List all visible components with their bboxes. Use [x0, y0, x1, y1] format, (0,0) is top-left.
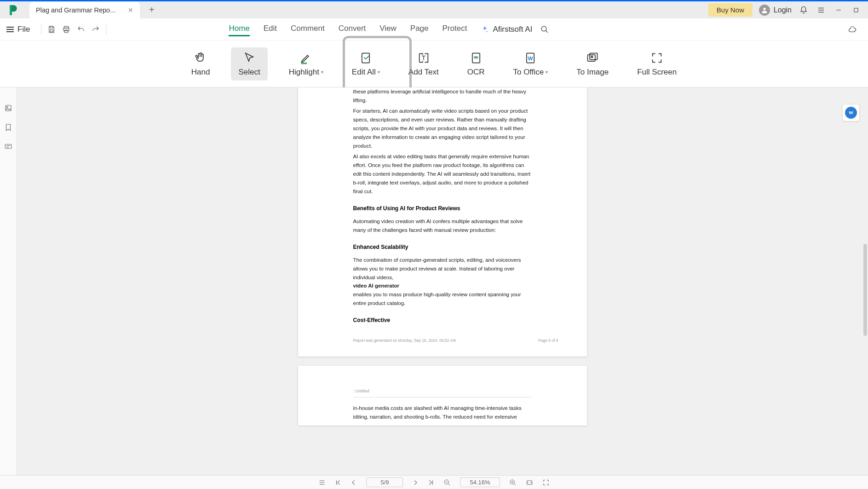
to-image-label: To Image: [576, 68, 609, 77]
tab-edit[interactable]: Edit: [264, 22, 277, 36]
highlight-tool-button[interactable]: Highlight ▾: [282, 47, 331, 81]
thumbnails-icon[interactable]: [4, 104, 12, 112]
zoom-out-icon[interactable]: [443, 479, 451, 486]
text-box-icon: T: [417, 51, 431, 65]
doc-subheading: Enhanced Scalability: [353, 244, 532, 250]
add-tab-button[interactable]: +: [149, 5, 155, 15]
svg-rect-6: [50, 26, 53, 28]
add-text-tool-button[interactable]: T Add Text: [401, 47, 446, 81]
doc-paragraph: Automating video creation with AI confer…: [353, 217, 532, 235]
doc-paragraph: in-house media costs are slashed with AI…: [353, 404, 532, 421]
svg-text:W: W: [528, 55, 533, 61]
next-page-icon[interactable]: [412, 479, 419, 486]
tab-page[interactable]: Page: [410, 22, 429, 36]
sparkle-icon: [481, 25, 489, 34]
highlight-label: Highlight: [289, 68, 319, 77]
select-tool-button[interactable]: Select: [231, 47, 267, 81]
ocr-label: OCR: [467, 68, 485, 77]
app-logo-icon: [7, 4, 19, 16]
zoom-in-icon[interactable]: [509, 479, 517, 486]
page-footer-timestamp: Report was generated on Monday, Sep 16, …: [353, 338, 456, 343]
doc-subtitle: : Untitled: [353, 389, 532, 397]
hand-icon: [194, 51, 207, 65]
maximize-icon[interactable]: [851, 5, 862, 16]
translate-icon: W: [845, 107, 857, 119]
main-area: these platforms leverage artificial inte…: [0, 87, 868, 475]
image-stack-icon: [586, 51, 599, 65]
menu-bar: File Home Edit Comment Convert View Page…: [0, 18, 868, 40]
file-menu-button[interactable]: File: [6, 25, 30, 34]
prev-page-icon[interactable]: [351, 479, 357, 486]
avatar-icon: [759, 5, 770, 16]
comments-icon[interactable]: [4, 143, 12, 151]
hand-label: Hand: [191, 68, 210, 77]
fit-page-icon[interactable]: [542, 479, 550, 486]
close-tab-icon[interactable]: ✕: [128, 6, 133, 14]
save-icon[interactable]: [44, 22, 59, 37]
doc-paragraph: The combination of computer-generated sc…: [353, 256, 532, 308]
page-number-input[interactable]: 5/9: [366, 477, 403, 487]
document-viewport[interactable]: these platforms leverage artificial inte…: [17, 87, 868, 475]
full-screen-tool-button[interactable]: Full Screen: [630, 47, 684, 81]
ai-assistant-button[interactable]: Afirstsoft AI: [481, 25, 532, 34]
edit-document-icon: [359, 51, 373, 65]
minimize-icon[interactable]: [833, 5, 844, 16]
tab-comment[interactable]: Comment: [291, 22, 325, 36]
highlighter-icon: [299, 51, 313, 65]
document-tab[interactable]: Plag and Grammar Repo... ✕: [29, 2, 140, 18]
login-button[interactable]: Login: [759, 5, 792, 16]
scrollbar-thumb[interactable]: [863, 244, 867, 336]
cloud-icon[interactable]: [848, 25, 857, 34]
doc-bold-text: video AI generator: [353, 283, 400, 288]
doc-paragraph: AI also excels at video editing tasks th…: [353, 152, 532, 196]
menu-icon[interactable]: [816, 5, 827, 16]
doc-subheading: Cost-Effective: [353, 317, 532, 323]
ocr-tool-button[interactable]: OCR OCR: [460, 47, 492, 81]
svg-line-13: [546, 30, 548, 33]
svg-point-0: [763, 7, 765, 10]
search-icon[interactable]: [540, 25, 549, 34]
svg-point-26: [6, 106, 8, 108]
svg-rect-7: [50, 29, 53, 32]
svg-text:OCR: OCR: [473, 56, 478, 58]
first-page-icon[interactable]: [335, 479, 341, 486]
zoom-level-input[interactable]: 54.16%: [460, 477, 500, 487]
file-label: File: [17, 25, 30, 34]
print-icon[interactable]: [59, 22, 74, 37]
translate-widget-button[interactable]: W: [842, 104, 860, 121]
svg-rect-15: [362, 53, 369, 63]
tab-title: Plag and Grammar Repo...: [36, 6, 124, 14]
separator: [106, 24, 106, 35]
document-page: : Untitled in-house media costs are slas…: [298, 366, 587, 426]
fit-width-icon[interactable]: [526, 479, 533, 486]
ocr-icon: OCR: [469, 51, 483, 65]
bookmark-icon[interactable]: [4, 123, 12, 132]
separator: [41, 24, 41, 35]
svg-point-12: [542, 26, 547, 31]
undo-icon[interactable]: [74, 22, 88, 37]
last-page-icon[interactable]: [428, 479, 434, 486]
notifications-icon[interactable]: [798, 5, 809, 16]
sidebar-toggle-icon[interactable]: [318, 479, 326, 486]
svg-point-11: [486, 31, 488, 32]
document-page: these platforms leverage artificial inte…: [298, 87, 587, 357]
tab-home[interactable]: Home: [229, 22, 249, 36]
menu-tabs: Home Edit Comment Convert View Page Prot…: [229, 22, 467, 36]
select-label: Select: [238, 68, 260, 77]
page-footer-pagenum: Page 5 of 9: [538, 338, 558, 343]
fullscreen-icon: [650, 51, 664, 65]
to-image-tool-button[interactable]: To Image: [569, 47, 616, 81]
edit-all-tool-button[interactable]: Edit All ▾: [345, 47, 387, 81]
tab-protect[interactable]: Protect: [443, 22, 467, 36]
svg-rect-10: [65, 30, 69, 32]
full-screen-label: Full Screen: [637, 68, 677, 77]
hand-tool-button[interactable]: Hand: [184, 47, 218, 81]
svg-rect-27: [5, 144, 11, 149]
chevron-down-icon: ▾: [378, 69, 380, 75]
tab-convert[interactable]: Convert: [339, 22, 366, 36]
tab-view[interactable]: View: [379, 22, 397, 36]
redo-icon[interactable]: [88, 22, 103, 37]
buy-now-button[interactable]: Buy Now: [708, 3, 753, 17]
to-office-label: To Office: [513, 68, 544, 77]
to-office-tool-button[interactable]: W To Office ▾: [506, 47, 555, 81]
